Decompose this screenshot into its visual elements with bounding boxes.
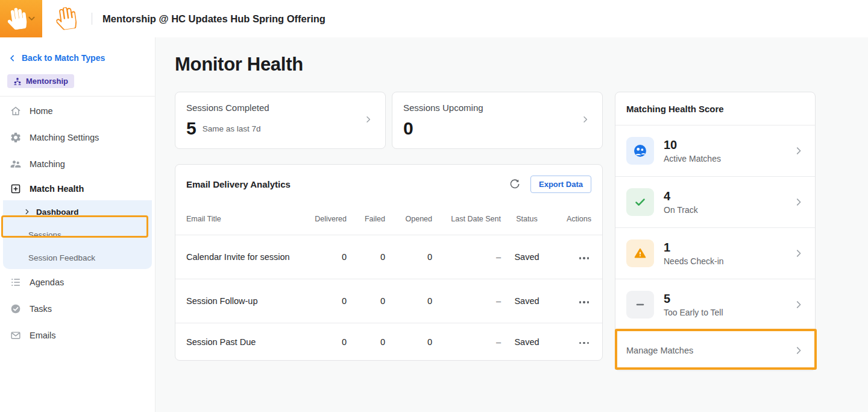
sidebar-item-label: Sessions	[28, 230, 61, 239]
sidebar-item-label: Agendas	[30, 277, 64, 287]
header-divider	[92, 13, 92, 25]
warning-icon	[626, 239, 654, 267]
on-track-row[interactable]: 4 On Track	[615, 177, 815, 228]
too-early-to-tell-row[interactable]: 5 Too Early to Tell	[615, 279, 815, 331]
delivered-cell: 0	[291, 252, 347, 262]
stat-card-note: Same as last 7d	[203, 124, 261, 133]
active-matches-row[interactable]: 10 Active Matches	[615, 125, 815, 177]
matching-health-score-card: Matching Health Score	[615, 92, 816, 371]
chevron-right-icon	[580, 115, 590, 127]
score-label: Active Matches	[664, 154, 721, 163]
check-icon	[626, 188, 654, 216]
manage-matches-label: Manage Matches	[626, 346, 693, 355]
row-actions-button[interactable]	[577, 297, 592, 307]
table-row: Session Past Due 0 0 0 – Saved	[175, 323, 602, 360]
sidebar-item-agendas[interactable]: Agendas	[0, 269, 155, 296]
export-data-button[interactable]: Export Data	[530, 176, 591, 193]
column-header: Actions	[553, 215, 591, 223]
last-date-sent-cell: –	[432, 252, 501, 262]
refresh-icon	[509, 178, 521, 190]
column-header: Last Date Sent	[432, 215, 501, 223]
row-actions-button[interactable]	[577, 253, 592, 263]
chevron-right-icon	[793, 248, 804, 259]
list-icon	[10, 276, 22, 288]
chevron-right-icon	[24, 208, 31, 215]
failed-cell: 0	[347, 296, 385, 306]
failed-cell: 0	[347, 252, 385, 262]
matches-circle-icon	[626, 137, 654, 165]
table-row: Calendar Invite for session 0 0 0 – Save…	[175, 235, 602, 279]
sidebar-item-dashboard[interactable]: Dashboard	[3, 200, 152, 223]
opened-cell: 0	[385, 337, 432, 347]
sidebar-item-match-health[interactable]: Match Health	[0, 177, 155, 200]
sidebar: Back to Match Types Mentorship Ho	[0, 37, 156, 412]
sidebar-item-label: Matching Settings	[30, 133, 99, 142]
brand-logo-button[interactable]	[0, 0, 42, 37]
score-label: Needs Check-in	[664, 256, 724, 266]
opened-cell: 0	[385, 296, 432, 306]
score-label: Too Early to Tell	[664, 308, 723, 317]
sidebar-item-label: Tasks	[30, 304, 52, 314]
sidebar-item-label: Home	[30, 106, 53, 116]
people-icon	[10, 158, 22, 170]
chevron-right-icon	[363, 115, 373, 127]
table-row: Session Follow-up 0 0 0 – Saved	[175, 279, 602, 323]
status-cell: Saved	[501, 252, 553, 262]
stat-card-label: Sessions Completed	[186, 103, 374, 113]
sidebar-item-sessions[interactable]: Sessions	[3, 223, 152, 246]
chevron-left-icon	[8, 54, 16, 62]
program-badge-label: Mentorship	[26, 77, 68, 86]
chevron-right-icon	[793, 197, 804, 208]
back-link-label: Back to Match Types	[22, 53, 105, 63]
sidebar-item-label: Dashboard	[36, 208, 79, 217]
email-title-cell: Calendar Invite for session	[186, 252, 291, 262]
match-health-submenu: Dashboard Sessions Session Feedback	[3, 200, 152, 269]
email-table-header: Email Title Delivered Failed Opened Last…	[175, 203, 602, 235]
top-bar: Mentorship @ HC Updates Hub Spring Offer…	[0, 0, 868, 37]
opened-cell: 0	[385, 252, 432, 262]
sidebar-item-label: Matching	[30, 159, 65, 169]
status-cell: Saved	[501, 337, 553, 347]
check-circle-icon	[10, 303, 22, 315]
row-actions-button[interactable]	[577, 338, 592, 348]
hierarchy-people-icon	[13, 77, 22, 86]
sidebar-item-label: Emails	[30, 331, 56, 340]
workspace-title: Mentorship @ HC Updates Hub Spring Offer…	[102, 0, 326, 37]
email-title-cell: Session Past Due	[186, 337, 291, 347]
email-delivery-analytics-card: Email Delivery Analytics Export Data Ema…	[175, 164, 603, 361]
stat-card-value: 0	[403, 119, 414, 138]
sidebar-item-matching[interactable]: Matching	[0, 151, 155, 177]
sidebar-item-matching-settings[interactable]: Matching Settings	[0, 124, 155, 151]
gear-icon	[10, 132, 22, 144]
score-value: 5	[664, 292, 723, 305]
column-header: Email Title	[186, 215, 291, 223]
program-badge: Mentorship	[7, 74, 74, 88]
sidebar-item-label: Match Health	[30, 184, 84, 194]
sidebar-divider	[0, 96, 155, 97]
refresh-button[interactable]	[509, 178, 521, 190]
sidebar-item-session-feedback[interactable]: Session Feedback	[3, 246, 152, 269]
sessions-completed-card[interactable]: Sessions Completed 5 Same as last 7d	[175, 92, 386, 149]
hand-logo-icon	[7, 8, 27, 30]
email-analytics-title: Email Delivery Analytics	[186, 179, 509, 189]
sidebar-item-tasks[interactable]: Tasks	[0, 296, 155, 322]
minus-icon	[626, 291, 654, 319]
health-score-title: Matching Health Score	[615, 92, 815, 125]
needs-check-in-row[interactable]: 1 Needs Check-in	[615, 228, 815, 279]
column-header: Status	[501, 215, 553, 223]
sidebar-item-label: Session Feedback	[28, 253, 95, 262]
last-date-sent-cell: –	[432, 296, 501, 306]
score-value: 10	[664, 138, 721, 151]
manage-matches-link[interactable]: Manage Matches	[615, 331, 815, 370]
sidebar-item-emails[interactable]: Emails	[0, 322, 155, 349]
chevron-down-icon	[28, 16, 35, 21]
sessions-upcoming-card[interactable]: Sessions Upcoming 0	[392, 92, 603, 149]
back-to-match-types-link[interactable]: Back to Match Types	[8, 53, 105, 63]
sidebar-nav: Home Matching Settings Matching	[0, 98, 155, 349]
delivered-cell: 0	[291, 296, 347, 306]
sidebar-item-home[interactable]: Home	[0, 98, 155, 124]
score-value: 4	[664, 189, 698, 203]
delivered-cell: 0	[291, 337, 347, 347]
add-box-icon	[10, 183, 22, 195]
envelope-icon	[10, 329, 22, 341]
